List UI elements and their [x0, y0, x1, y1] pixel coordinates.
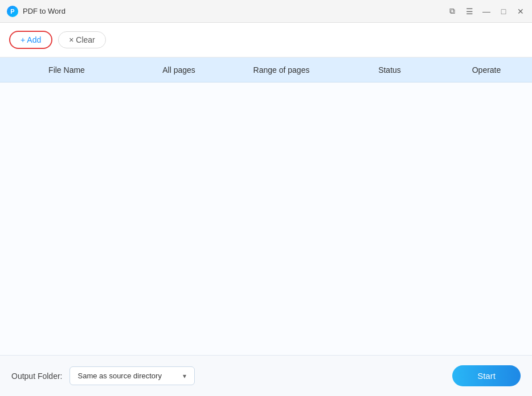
output-folder-section: Output Folder: Same as source directory …: [11, 366, 195, 385]
start-button[interactable]: Start: [452, 365, 521, 386]
table-header: File Name All pages Range of pages Statu…: [0, 57, 532, 82]
close-button[interactable]: ✕: [516, 7, 525, 16]
col-header-rangeofpages: Range of pages: [224, 60, 338, 80]
table-body: [0, 82, 532, 355]
chevron-down-icon: ▾: [183, 372, 186, 380]
folder-select-value: Same as source directory: [78, 372, 162, 380]
window-controls: ⧉ ☰ — □ ✕: [448, 7, 525, 16]
maximize-button[interactable]: □: [499, 7, 508, 16]
add-button[interactable]: + Add: [9, 31, 52, 49]
title-bar-left: P PDF to Word: [7, 6, 66, 17]
col-header-filename: File Name: [0, 60, 133, 80]
file-table: File Name All pages Range of pages Statu…: [0, 57, 532, 355]
external-link-button[interactable]: ⧉: [448, 7, 457, 16]
col-header-status: Status: [338, 60, 441, 80]
toolbar: + Add × Clear: [0, 23, 532, 57]
app-title: PDF to Word: [23, 7, 66, 15]
output-folder-label: Output Folder:: [11, 372, 63, 381]
clear-button[interactable]: × Clear: [58, 31, 106, 48]
col-header-operate: Operate: [441, 60, 532, 80]
app-icon: P: [7, 6, 18, 17]
title-bar: P PDF to Word ⧉ ☰ — □ ✕: [0, 0, 532, 23]
folder-select-dropdown[interactable]: Same as source directory ▾: [69, 366, 195, 385]
bottom-bar: Output Folder: Same as source directory …: [0, 355, 532, 396]
col-header-allpages: All pages: [133, 60, 224, 80]
minimize-button[interactable]: —: [482, 7, 491, 16]
menu-button[interactable]: ☰: [465, 7, 474, 16]
